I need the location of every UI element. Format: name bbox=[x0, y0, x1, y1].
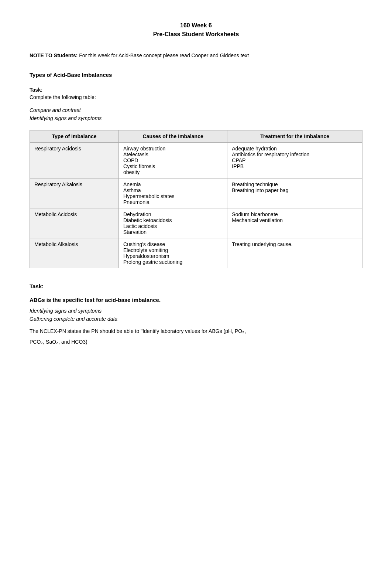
task1-desc: Complete the following table: bbox=[30, 94, 362, 100]
col-header-type: Type of Imbalance bbox=[30, 130, 119, 142]
task2-italic-line2: Gathering complete and accurate data bbox=[30, 316, 117, 322]
cause-item: Hypermetabolic states bbox=[123, 193, 223, 199]
task2-normal2: PCO₂, SaO₂, and HCO3) bbox=[30, 338, 362, 347]
cell-treatment: Adequate hydrationAntibiotics for respir… bbox=[227, 142, 362, 178]
table-row: Respiratory AlkalosisAnemiaAsthmaHyperme… bbox=[30, 178, 362, 208]
cell-treatment: Sodium bicarbonateMechanical ventilation bbox=[227, 208, 362, 238]
cell-type: Metabolic Alkalosis bbox=[30, 238, 119, 268]
table-row: Respiratory AcidosisAirway obstructionAt… bbox=[30, 142, 362, 178]
cell-type: Respiratory Acidosis bbox=[30, 142, 119, 178]
treatment-item: Breathing into paper bag bbox=[232, 187, 358, 193]
treatment-item: Mechanical ventilation bbox=[232, 217, 358, 223]
cause-item: Atelectasis bbox=[123, 152, 223, 157]
cause-item: COPD bbox=[123, 157, 223, 163]
cause-item: Lactic acidosis bbox=[123, 223, 223, 229]
treatment-item: IPPB bbox=[232, 163, 358, 169]
cause-item: obesity bbox=[123, 169, 223, 175]
cause-item: Airway obstruction bbox=[123, 146, 223, 152]
acid-base-table: Type of Imbalance Causes of the Imbalanc… bbox=[30, 130, 362, 268]
treatment-item: CPAP bbox=[232, 157, 358, 163]
col-header-treatment: Treatment for the Imbalance bbox=[227, 130, 362, 142]
cause-item: Cystic fibrosis bbox=[123, 163, 223, 169]
treatment-item: Antibiotics for respiratory infection bbox=[232, 152, 358, 157]
cell-causes: DehydrationDiabetic ketoacidosisLactic a… bbox=[119, 208, 227, 238]
main-title: 160 Week 6 bbox=[30, 22, 362, 29]
task1-label: Task: bbox=[30, 87, 362, 93]
cell-treatment: Breathing techniqueBreathing into paper … bbox=[227, 178, 362, 208]
task1-italic-line1: Compare and contrast bbox=[30, 107, 81, 113]
cause-item: Dehydration bbox=[123, 211, 223, 217]
cell-type: Respiratory Alkalosis bbox=[30, 178, 119, 208]
cause-item: Cushing's disease bbox=[123, 241, 223, 247]
task2-label: Task: bbox=[30, 283, 362, 289]
task1-italic-line2: Identifying signs and symptoms bbox=[30, 115, 102, 121]
cell-treatment: Treating underlying cause. bbox=[227, 238, 362, 268]
cell-type: Metabolic Acidosis bbox=[30, 208, 119, 238]
cause-item: Electrolyte vomiting bbox=[123, 247, 223, 253]
table-row: Metabolic AlkalosisCushing's diseaseElec… bbox=[30, 238, 362, 268]
abg-heading: ABGs is the specific test for acid-base … bbox=[30, 297, 362, 303]
task1-italic: Compare and contrast Identifying signs a… bbox=[30, 106, 362, 123]
note-section: NOTE TO Students: For this week for Acid… bbox=[30, 52, 362, 58]
task2-italic: Identifying signs and symptoms Gathering… bbox=[30, 307, 362, 323]
note-bold: NOTE TO Students: bbox=[30, 52, 78, 58]
cause-item: Prolong gastric suctioning bbox=[123, 259, 223, 265]
treatment-item: Sodium bicarbonate bbox=[232, 211, 358, 217]
cause-item: Diabetic ketoacidosis bbox=[123, 217, 223, 223]
treatment-item: Breathing technique bbox=[232, 181, 358, 187]
task2-italic-line1: Identifying signs and symptoms bbox=[30, 308, 102, 314]
sub-title: Pre-Class Student Worksheets bbox=[30, 31, 362, 38]
cause-item: Anemia bbox=[123, 181, 223, 187]
cause-item: Starvation bbox=[123, 229, 223, 235]
cell-causes: Cushing's diseaseElectrolyte vomitingHyp… bbox=[119, 238, 227, 268]
section1-heading: Types of Acid-Base Imbalances bbox=[30, 72, 362, 78]
treatment-item: Treating underlying cause. bbox=[232, 241, 358, 247]
cause-item: Hyperaldosteronism bbox=[123, 253, 223, 259]
cause-item: Asthma bbox=[123, 187, 223, 193]
cell-causes: Airway obstructionAtelectasisCOPDCystic … bbox=[119, 142, 227, 178]
table-row: Metabolic AcidosisDehydrationDiabetic ke… bbox=[30, 208, 362, 238]
note-text: For this week for Acid-Base concept plea… bbox=[78, 52, 249, 58]
treatment-item: Adequate hydration bbox=[232, 146, 358, 152]
cause-item: Pneumonia bbox=[123, 199, 223, 205]
cell-causes: AnemiaAsthmaHypermetabolic statesPneumon… bbox=[119, 178, 227, 208]
task2-normal1: The NCLEX-PN states the PN should be abl… bbox=[30, 327, 362, 336]
col-header-causes: Causes of the Imbalance bbox=[119, 130, 227, 142]
table-header-row: Type of Imbalance Causes of the Imbalanc… bbox=[30, 130, 362, 142]
